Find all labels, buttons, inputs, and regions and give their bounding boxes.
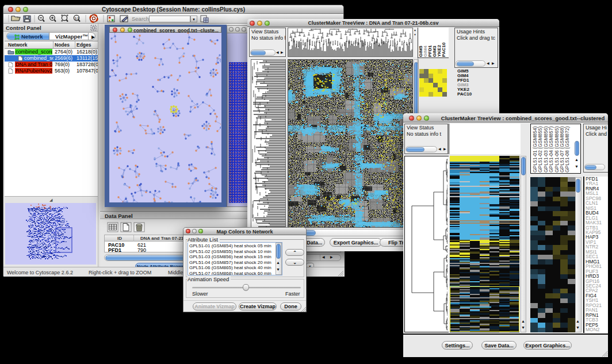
svg-text:Search:: Search: (132, 16, 151, 22)
svg-text:1:1: 1:1 (75, 17, 79, 20)
